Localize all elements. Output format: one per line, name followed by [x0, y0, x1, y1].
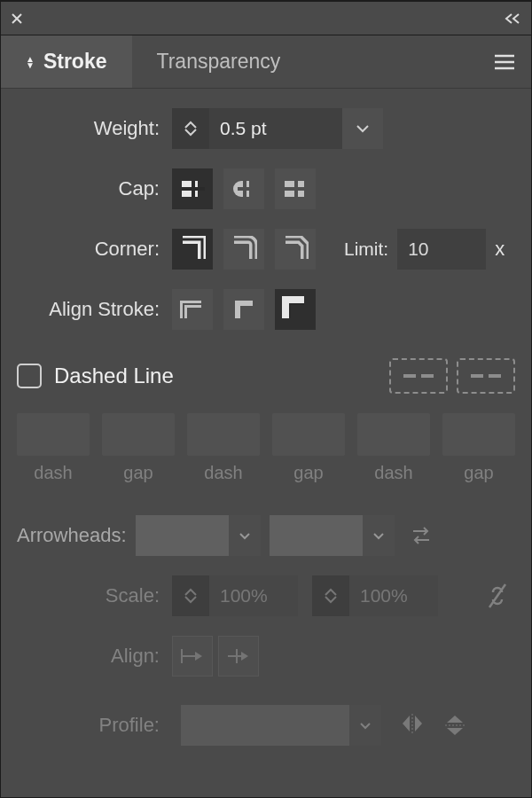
collapse-icon[interactable] — [503, 12, 522, 25]
corner-bevel-button[interactable] — [275, 229, 316, 270]
dash-field-2[interactable] — [187, 413, 260, 456]
limit-suffix: x — [495, 238, 505, 261]
scale-end-step-buttons[interactable] — [312, 575, 349, 616]
arrowheads-label: Arrowheads: — [17, 524, 127, 547]
miter-limit-group: Limit: 10 x — [344, 229, 505, 270]
dash-label-2: dash — [204, 463, 242, 483]
dashed-line-row: Dashed Line — [17, 358, 515, 394]
corner-round-button[interactable] — [223, 229, 264, 270]
close-icon[interactable] — [10, 12, 24, 26]
scale-end-field[interactable]: 100% — [349, 575, 438, 616]
cap-projecting-button[interactable] — [275, 168, 316, 209]
dash-gap-grid: dash gap dash gap dash gap — [17, 413, 515, 483]
dash-label-1: dash — [34, 463, 72, 483]
arrow-align-label: Align: — [17, 645, 172, 668]
svg-rect-7 — [294, 181, 298, 197]
align-stroke-label: Align Stroke: — [17, 298, 172, 321]
weight-row: Weight: 0.5 pt — [17, 108, 515, 149]
chevron-down-icon — [349, 705, 381, 746]
svg-rect-2 — [192, 181, 195, 197]
gap-field-1[interactable] — [102, 413, 175, 456]
scale-start-field[interactable]: 100% — [209, 575, 298, 616]
weight-stepper[interactable]: 0.5 pt — [172, 108, 383, 149]
stroke-panel: ▲▼ Stroke Transparency Weight: 0.5 pt — [0, 0, 532, 798]
gap-label-3: gap — [464, 463, 493, 483]
dash-mode-group — [389, 358, 515, 394]
arrow-align-extend-button[interactable] — [172, 636, 213, 677]
limit-label: Limit: — [344, 239, 388, 260]
arrow-align-row: Align: — [17, 636, 515, 677]
cap-butt-button[interactable] — [172, 168, 213, 209]
tab-stroke[interactable]: ▲▼ Stroke — [1, 35, 132, 88]
scale-label: Scale: — [17, 584, 172, 607]
dashed-line-label: Dashed Line — [54, 364, 174, 388]
dash-field-3[interactable] — [357, 413, 430, 456]
arrowhead-start-dropdown[interactable] — [136, 515, 261, 556]
scale-start-step-buttons[interactable] — [172, 575, 209, 616]
dash-preserve-exact-button[interactable] — [389, 358, 448, 394]
dash-label-3: dash — [374, 463, 412, 483]
svg-rect-3 — [238, 187, 257, 191]
corner-label: Corner: — [17, 238, 172, 261]
profile-row: Profile: — [17, 705, 515, 746]
arrowheads-row: Arrowheads: — [17, 515, 515, 556]
tab-bar: ▲▼ Stroke Transparency — [1, 35, 531, 89]
profile-label: Profile: — [17, 714, 172, 737]
tab-label-stroke: Stroke — [43, 50, 107, 74]
gap-label-1: gap — [123, 463, 153, 483]
align-stroke-outside-button[interactable] — [275, 289, 316, 330]
tab-transparency[interactable]: Transparency — [132, 35, 306, 88]
flip-horizontal-icon[interactable] — [399, 712, 426, 735]
arrowhead-end-dropdown[interactable] — [270, 515, 395, 556]
flip-vertical-icon[interactable] — [443, 712, 466, 739]
corner-miter-button[interactable] — [172, 229, 213, 270]
arrow-align-place-button[interactable] — [218, 636, 259, 677]
weight-dropdown[interactable] — [342, 108, 383, 149]
dashed-line-checkbox[interactable] — [17, 364, 42, 388]
corner-row: Corner: Limit: — [17, 229, 515, 270]
weight-step-buttons[interactable] — [172, 108, 209, 149]
dash-align-corners-button[interactable] — [457, 358, 515, 394]
gap-field-2[interactable] — [272, 413, 345, 456]
cap-label: Cap: — [17, 177, 172, 200]
chevron-down-icon — [229, 515, 261, 556]
swap-arrowheads-button[interactable] — [403, 515, 439, 556]
tab-label-transparency: Transparency — [157, 50, 281, 74]
svg-rect-4 — [243, 181, 246, 197]
cap-row: Cap: — [17, 168, 515, 209]
align-stroke-row: Align Stroke: — [17, 289, 515, 330]
dash-field-1[interactable] — [17, 413, 90, 456]
scale-end-stepper[interactable]: 100% — [312, 575, 438, 616]
arrow-scale-row: Scale: 100% 100% — [17, 575, 515, 616]
align-stroke-inside-button[interactable] — [223, 289, 264, 330]
weight-field[interactable]: 0.5 pt — [209, 108, 342, 149]
profile-dropdown[interactable] — [181, 705, 381, 746]
scale-start-stepper[interactable]: 100% — [172, 575, 298, 616]
panel-titlebar — [1, 2, 531, 35]
limit-field[interactable]: 10 — [397, 229, 486, 270]
stroke-panel-cycle-icon: ▲▼ — [26, 56, 35, 68]
link-icon — [486, 581, 509, 611]
swap-arrows-icon — [410, 525, 433, 546]
panel-menu-icon[interactable] — [478, 35, 531, 88]
weight-label: Weight: — [17, 117, 172, 140]
cap-round-button[interactable] — [223, 168, 264, 209]
scale-link-button[interactable] — [480, 581, 515, 611]
align-stroke-center-button[interactable] — [172, 289, 213, 330]
gap-field-3[interactable] — [442, 413, 515, 456]
gap-label-2: gap — [293, 463, 323, 483]
chevron-down-icon — [363, 515, 395, 556]
